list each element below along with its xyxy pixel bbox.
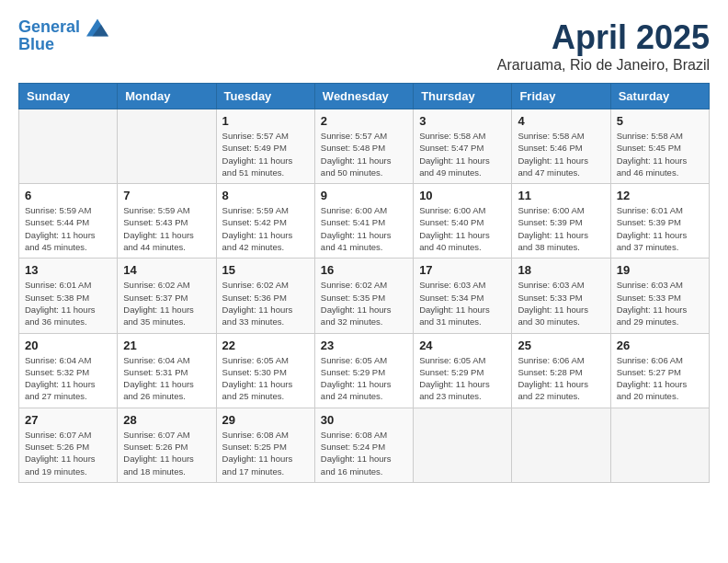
day-number: 2 <box>321 114 407 128</box>
day-info: Sunrise: 6:06 AM Sunset: 5:27 PM Dayligh… <box>617 354 703 403</box>
day-info: Sunrise: 6:00 AM Sunset: 5:40 PM Dayligh… <box>419 204 506 253</box>
weekday-header-saturday: Saturday <box>610 84 709 109</box>
day-number: 3 <box>419 114 506 128</box>
day-info: Sunrise: 5:58 AM Sunset: 5:45 PM Dayligh… <box>617 130 703 178</box>
day-number: 23 <box>321 339 407 352</box>
calendar-cell: 14Sunrise: 6:02 AM Sunset: 5:37 PM Dayli… <box>118 259 216 333</box>
day-info: Sunrise: 5:58 AM Sunset: 5:46 PM Dayligh… <box>518 130 604 178</box>
day-info: Sunrise: 6:07 AM Sunset: 5:26 PM Dayligh… <box>123 429 210 477</box>
calendar-cell: 25Sunrise: 6:06 AM Sunset: 5:28 PM Dayli… <box>512 333 610 408</box>
day-number: 8 <box>222 189 309 202</box>
calendar-cell: 23Sunrise: 6:05 AM Sunset: 5:29 PM Dayli… <box>314 333 413 408</box>
day-number: 17 <box>419 263 506 277</box>
day-info: Sunrise: 6:03 AM Sunset: 5:33 PM Dayligh… <box>518 279 604 327</box>
day-number: 18 <box>518 263 604 277</box>
day-info: Sunrise: 6:04 AM Sunset: 5:32 PM Dayligh… <box>25 354 111 403</box>
day-info: Sunrise: 6:01 AM Sunset: 5:39 PM Dayligh… <box>617 204 703 253</box>
weekday-header-monday: Monday <box>118 84 216 109</box>
calendar-cell: 16Sunrise: 6:02 AM Sunset: 5:35 PM Dayli… <box>314 259 413 333</box>
day-info: Sunrise: 5:59 AM Sunset: 5:44 PM Dayligh… <box>25 204 111 253</box>
calendar-week-1: 1Sunrise: 5:57 AM Sunset: 5:49 PM Daylig… <box>19 109 710 184</box>
month-title: April 2025 <box>497 18 710 57</box>
day-number: 21 <box>123 339 210 352</box>
calendar-cell: 13Sunrise: 6:01 AM Sunset: 5:38 PM Dayli… <box>19 259 118 333</box>
weekday-header-wednesday: Wednesday <box>314 84 413 109</box>
day-number: 12 <box>617 189 703 202</box>
weekday-header-thursday: Thursday <box>414 84 512 109</box>
calendar-cell: 15Sunrise: 6:02 AM Sunset: 5:36 PM Dayli… <box>216 259 314 333</box>
calendar-cell <box>118 109 216 184</box>
calendar-cell <box>610 408 709 482</box>
calendar-cell <box>414 408 512 482</box>
day-info: Sunrise: 6:02 AM Sunset: 5:37 PM Dayligh… <box>123 279 210 327</box>
day-number: 10 <box>419 189 506 202</box>
day-info: Sunrise: 6:02 AM Sunset: 5:36 PM Dayligh… <box>222 279 309 327</box>
calendar-cell: 21Sunrise: 6:04 AM Sunset: 5:31 PM Dayli… <box>118 333 216 408</box>
day-info: Sunrise: 5:59 AM Sunset: 5:42 PM Dayligh… <box>222 204 309 253</box>
day-number: 25 <box>518 339 604 352</box>
calendar-cell: 27Sunrise: 6:07 AM Sunset: 5:26 PM Dayli… <box>19 408 118 482</box>
calendar-cell: 22Sunrise: 6:05 AM Sunset: 5:30 PM Dayli… <box>216 333 314 408</box>
calendar-cell: 20Sunrise: 6:04 AM Sunset: 5:32 PM Dayli… <box>19 333 118 408</box>
calendar-cell: 6Sunrise: 5:59 AM Sunset: 5:44 PM Daylig… <box>19 184 118 259</box>
day-info: Sunrise: 5:59 AM Sunset: 5:43 PM Dayligh… <box>123 204 210 253</box>
calendar-cell: 9Sunrise: 6:00 AM Sunset: 5:41 PM Daylig… <box>314 184 413 259</box>
logo-text: General <box>18 18 108 37</box>
day-number: 27 <box>25 413 111 427</box>
calendar-cell: 4Sunrise: 5:58 AM Sunset: 5:46 PM Daylig… <box>512 109 610 184</box>
day-number: 4 <box>518 114 604 128</box>
calendar-week-3: 13Sunrise: 6:01 AM Sunset: 5:38 PM Dayli… <box>19 259 710 333</box>
day-number: 28 <box>123 413 210 427</box>
day-number: 13 <box>25 263 111 277</box>
day-info: Sunrise: 6:08 AM Sunset: 5:25 PM Dayligh… <box>222 429 309 477</box>
day-info: Sunrise: 6:00 AM Sunset: 5:39 PM Dayligh… <box>518 204 604 253</box>
calendar-week-5: 27Sunrise: 6:07 AM Sunset: 5:26 PM Dayli… <box>19 408 710 482</box>
day-number: 24 <box>419 339 506 352</box>
calendar-cell: 11Sunrise: 6:00 AM Sunset: 5:39 PM Dayli… <box>512 184 610 259</box>
weekday-header-sunday: Sunday <box>19 84 118 109</box>
day-number: 14 <box>123 263 210 277</box>
day-info: Sunrise: 6:08 AM Sunset: 5:24 PM Dayligh… <box>321 429 407 477</box>
calendar-cell: 18Sunrise: 6:03 AM Sunset: 5:33 PM Dayli… <box>512 259 610 333</box>
day-info: Sunrise: 5:57 AM Sunset: 5:48 PM Dayligh… <box>321 130 407 178</box>
day-number: 15 <box>222 263 309 277</box>
calendar-header-row: SundayMondayTuesdayWednesdayThursdayFrid… <box>19 84 710 109</box>
day-info: Sunrise: 6:04 AM Sunset: 5:31 PM Dayligh… <box>123 354 210 403</box>
calendar-cell: 12Sunrise: 6:01 AM Sunset: 5:39 PM Dayli… <box>610 184 709 259</box>
location-title: Araruama, Rio de Janeiro, Brazil <box>497 57 710 74</box>
day-number: 29 <box>222 413 309 427</box>
day-info: Sunrise: 6:06 AM Sunset: 5:28 PM Dayligh… <box>518 354 604 403</box>
day-info: Sunrise: 6:07 AM Sunset: 5:26 PM Dayligh… <box>25 429 111 477</box>
calendar-table: SundayMondayTuesdayWednesdayThursdayFrid… <box>18 83 710 483</box>
day-number: 16 <box>321 263 407 277</box>
page-header: General Blue April 2025 Araruama, Rio de… <box>18 18 710 74</box>
calendar-cell: 5Sunrise: 5:58 AM Sunset: 5:45 PM Daylig… <box>610 109 709 184</box>
day-number: 11 <box>518 189 604 202</box>
calendar-cell: 2Sunrise: 5:57 AM Sunset: 5:48 PM Daylig… <box>314 109 413 184</box>
calendar-cell: 8Sunrise: 5:59 AM Sunset: 5:42 PM Daylig… <box>216 184 314 259</box>
calendar-cell: 3Sunrise: 5:58 AM Sunset: 5:47 PM Daylig… <box>414 109 512 184</box>
day-info: Sunrise: 6:05 AM Sunset: 5:29 PM Dayligh… <box>419 354 506 403</box>
calendar-cell: 26Sunrise: 6:06 AM Sunset: 5:27 PM Dayli… <box>610 333 709 408</box>
calendar-cell: 24Sunrise: 6:05 AM Sunset: 5:29 PM Dayli… <box>414 333 512 408</box>
day-number: 9 <box>321 189 407 202</box>
day-info: Sunrise: 6:02 AM Sunset: 5:35 PM Dayligh… <box>321 279 407 327</box>
day-number: 30 <box>321 413 407 427</box>
calendar-week-2: 6Sunrise: 5:59 AM Sunset: 5:44 PM Daylig… <box>19 184 710 259</box>
calendar-cell: 17Sunrise: 6:03 AM Sunset: 5:34 PM Dayli… <box>414 259 512 333</box>
day-info: Sunrise: 6:05 AM Sunset: 5:30 PM Dayligh… <box>222 354 309 403</box>
day-number: 26 <box>617 339 703 352</box>
day-info: Sunrise: 6:00 AM Sunset: 5:41 PM Dayligh… <box>321 204 407 253</box>
logo-icon <box>86 18 108 37</box>
day-number: 7 <box>123 189 210 202</box>
calendar-cell: 7Sunrise: 5:59 AM Sunset: 5:43 PM Daylig… <box>118 184 216 259</box>
weekday-header-friday: Friday <box>512 84 610 109</box>
calendar-cell: 30Sunrise: 6:08 AM Sunset: 5:24 PM Dayli… <box>314 408 413 482</box>
calendar-cell: 29Sunrise: 6:08 AM Sunset: 5:25 PM Dayli… <box>216 408 314 482</box>
day-number: 1 <box>222 114 309 128</box>
calendar-cell: 1Sunrise: 5:57 AM Sunset: 5:49 PM Daylig… <box>216 109 314 184</box>
day-number: 22 <box>222 339 309 352</box>
calendar-cell <box>19 109 118 184</box>
logo: General Blue <box>18 18 108 54</box>
logo-blue: Blue <box>18 35 108 54</box>
